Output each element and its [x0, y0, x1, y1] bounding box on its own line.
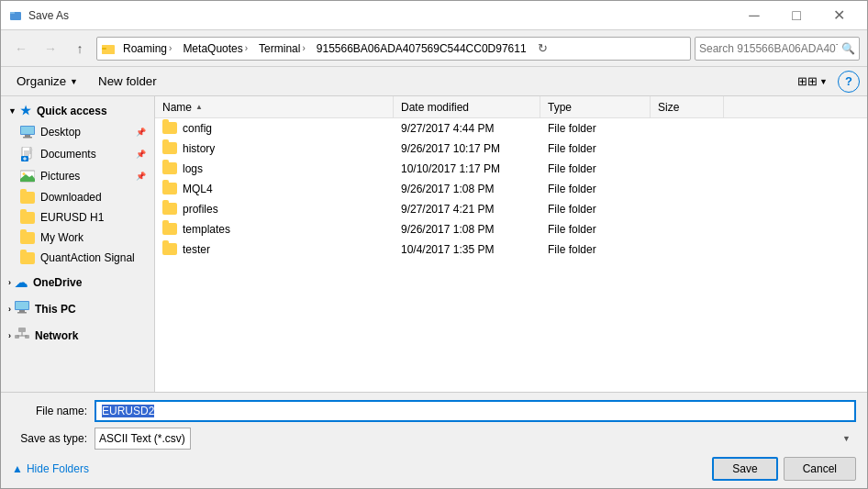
file-list-container: Name ▲ Date modified Type Size config	[155, 96, 867, 392]
row-folder-icon	[162, 162, 177, 174]
sort-arrow-icon: ▲	[195, 103, 203, 111]
network-arrow-icon: ›	[8, 331, 11, 340]
sidebar-section-network: › Network	[1, 324, 154, 347]
svg-rect-21	[20, 179, 35, 182]
minimize-button[interactable]: ─	[733, 1, 775, 30]
filename-input[interactable]	[95, 400, 856, 422]
file-size-cell	[651, 139, 724, 158]
breadcrumb-roaming[interactable]: Roaming ›	[119, 40, 175, 57]
refresh-button[interactable]: ↻	[534, 39, 552, 58]
folder-address-icon	[101, 41, 116, 56]
row-folder-icon	[162, 243, 177, 255]
file-name-cell: templates	[155, 219, 394, 239]
view-button[interactable]: ⊞⊞ ▼	[791, 70, 834, 93]
file-size-cell	[651, 179, 724, 198]
hide-folders-button[interactable]: ▲ Hide Folders	[12, 459, 89, 479]
file-name-cell: logs	[155, 159, 394, 178]
sidebar-item-downloaded[interactable]: Downloaded	[1, 187, 154, 207]
svg-rect-5	[102, 48, 106, 50]
file-date-cell: 9/27/2017 4:44 PM	[394, 118, 540, 138]
sidebar-item-eurusd[interactable]: EURUSD H1	[1, 207, 154, 228]
sidebar-section-thispc: › This PC	[1, 297, 154, 320]
sidebar-item-pictures[interactable]: Pictures 📌	[1, 165, 154, 187]
sidebar: ▼ ★ Quick access Desktop	[1, 96, 155, 392]
savetype-select[interactable]: ASCII Text (*.csv)CSV (*.csv)Text (*.txt…	[95, 428, 191, 450]
table-row[interactable]: profiles 9/27/2017 4:21 PM File folder	[155, 199, 867, 219]
sidebar-quick-access-header[interactable]: ▼ ★ Quick access	[1, 100, 154, 121]
file-date-cell: 9/26/2017 10:17 PM	[394, 139, 540, 158]
window-title: Save As	[28, 9, 733, 22]
table-row[interactable]: config 9/27/2017 4:44 PM File folder	[155, 118, 867, 139]
table-row[interactable]: logs 10/10/2017 1:17 PM File folder	[155, 159, 867, 179]
view-chevron-icon: ▼	[819, 77, 828, 86]
organize-toolbar: Organize ▼ New folder ⊞⊞ ▼ ?	[1, 67, 867, 96]
file-date-cell: 9/27/2017 4:21 PM	[394, 199, 540, 218]
up-button[interactable]: ↑	[67, 36, 93, 61]
file-type-cell: File folder	[540, 139, 651, 158]
sidebar-onedrive-header[interactable]: › ☁ OneDrive	[1, 272, 154, 294]
maximize-button[interactable]: □	[775, 1, 818, 30]
hide-folders-arrow-icon: ▲	[12, 462, 23, 475]
file-type-cell: File folder	[540, 239, 651, 259]
table-row[interactable]: tester 10/4/2017 1:35 PM File folder	[155, 239, 867, 260]
cancel-button[interactable]: Cancel	[784, 457, 856, 481]
pictures-icon	[20, 169, 35, 183]
sidebar-section-quick-access: ▼ ★ Quick access Desktop	[1, 100, 154, 268]
svg-rect-24	[19, 310, 25, 312]
search-input[interactable]	[699, 42, 838, 55]
savetype-select-wrapper[interactable]: ASCII Text (*.csv)CSV (*.csv)Text (*.txt…	[95, 428, 856, 450]
quick-access-star-icon: ★	[20, 104, 31, 117]
new-folder-button[interactable]: New folder	[90, 70, 165, 93]
window-icon	[8, 8, 23, 23]
filename-row: File name:	[12, 400, 856, 422]
file-type-cell: File folder	[540, 118, 651, 138]
bottom-buttons: ▲ Hide Folders Save Cancel	[12, 457, 856, 481]
col-size-header[interactable]: Size	[651, 96, 724, 117]
filename-label: File name:	[12, 405, 95, 417]
file-date-cell: 10/10/2017 1:17 PM	[394, 159, 540, 178]
sidebar-item-desktop[interactable]: Desktop 📌	[1, 121, 154, 143]
file-date-cell: 9/26/2017 1:08 PM	[394, 179, 540, 198]
back-button[interactable]: ←	[8, 36, 34, 61]
documents-icon	[20, 147, 35, 161]
sidebar-thispc-header[interactable]: › This PC	[1, 297, 154, 320]
search-box[interactable]: 🔍	[695, 37, 860, 61]
col-name-header[interactable]: Name ▲	[155, 96, 394, 117]
svg-rect-9	[23, 137, 32, 139]
svg-rect-1	[10, 12, 15, 14]
sidebar-item-mywork[interactable]: My Work	[1, 228, 154, 248]
svg-rect-26	[18, 328, 26, 332]
organize-button[interactable]: Organize ▼	[8, 70, 86, 93]
table-row[interactable]: history 9/26/2017 10:17 PM File folder	[155, 139, 867, 159]
file-size-cell	[651, 199, 724, 218]
table-row[interactable]: MQL4 9/26/2017 1:08 PM File folder	[155, 179, 867, 199]
row-folder-icon	[162, 223, 177, 235]
folder-eurusd-icon	[20, 212, 35, 224]
save-button[interactable]: Save	[712, 457, 777, 481]
svg-rect-23	[16, 302, 28, 309]
help-button[interactable]: ?	[838, 71, 860, 93]
file-type-cell: File folder	[540, 159, 651, 178]
pin-icon: 📌	[136, 150, 146, 159]
col-date-header[interactable]: Date modified	[394, 96, 540, 117]
sidebar-item-documents[interactable]: Documents 📌	[1, 143, 154, 165]
file-date-cell: 10/4/2017 1:35 PM	[394, 239, 540, 259]
file-size-cell	[651, 159, 724, 178]
table-row[interactable]: templates 9/26/2017 1:08 PM File folder	[155, 219, 867, 239]
file-name-cell: MQL4	[155, 179, 394, 198]
breadcrumb-guid[interactable]: 915566BA06ADA407569C544CC0D97611	[313, 40, 530, 57]
address-bar[interactable]: Roaming › MetaQuotes › Terminal › 915566…	[96, 37, 691, 61]
forward-button[interactable]: →	[38, 36, 63, 61]
sidebar-item-quantaction[interactable]: QuantAction Signal	[1, 248, 154, 268]
file-size-cell	[651, 118, 724, 138]
breadcrumb-terminal[interactable]: Terminal ›	[255, 40, 309, 57]
close-button[interactable]: ✕	[818, 1, 860, 30]
file-list-header: Name ▲ Date modified Type Size	[155, 96, 867, 118]
sidebar-network-header[interactable]: › Network	[1, 324, 154, 347]
row-folder-icon	[162, 122, 177, 134]
thispc-arrow-icon: ›	[8, 305, 11, 314]
col-type-header[interactable]: Type	[540, 96, 651, 117]
thispc-icon	[15, 301, 29, 317]
breadcrumb-metaquotes[interactable]: MetaQuotes ›	[179, 40, 251, 57]
organize-chevron-icon: ▼	[70, 77, 78, 86]
